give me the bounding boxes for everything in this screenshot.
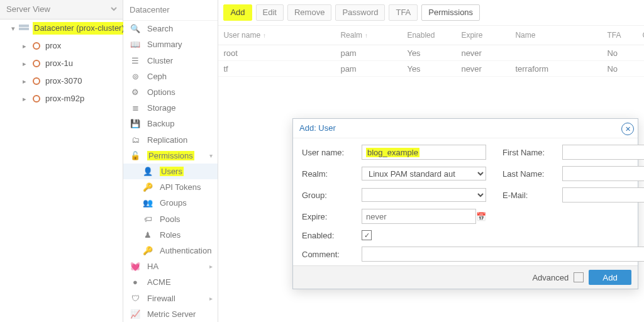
- realm-select[interactable]: Linux PAM standard aut: [362, 167, 486, 180]
- server-view-label: Server View: [6, 4, 50, 14]
- tree-node[interactable]: ▸ prox: [0, 37, 123, 55]
- menu-permissions[interactable]: 🔓Permissions▾: [123, 148, 218, 164]
- table-row[interactable]: root pam Yes never No: [218, 45, 644, 61]
- col-tfa[interactable]: TFA: [602, 31, 637, 40]
- sort-asc-icon: ↑: [263, 32, 266, 39]
- menu-ceph[interactable]: ⊚Ceph: [123, 69, 218, 84]
- tree-node[interactable]: ▸ prox-1u: [0, 55, 123, 72]
- col-enabled[interactable]: Enabled: [402, 31, 456, 40]
- breadcrumb: Datacenter: [123, 0, 218, 21]
- svg-rect-1: [19, 28, 29, 30]
- username-value[interactable]: blog_example: [366, 148, 419, 157]
- menu-storage[interactable]: ≣Storage: [123, 100, 218, 116]
- key-icon: 🔑: [142, 182, 153, 192]
- menu-pools[interactable]: 🏷Pools: [123, 211, 218, 226]
- ceph-icon: ⊚: [130, 72, 141, 81]
- unlock-icon: 🔓: [130, 151, 141, 160]
- expand-icon: ▸: [21, 40, 28, 52]
- advanced-label: Advanced: [532, 273, 569, 282]
- table-row[interactable]: tf pam Yes never terraform No: [218, 61, 644, 77]
- menu-api-tokens[interactable]: 🔑API Tokens: [123, 179, 218, 195]
- menu-firewall[interactable]: 🛡Firewall▸: [123, 290, 218, 306]
- comment-input[interactable]: [362, 247, 644, 262]
- storage-icon: ≣: [130, 103, 141, 113]
- label-firstname: First Name:: [502, 148, 562, 157]
- chevron-right-icon: ▸: [209, 295, 213, 302]
- server-view-header[interactable]: Server View: [0, 0, 123, 19]
- svg-point-5: [33, 96, 40, 102]
- edit-button[interactable]: Edit: [256, 4, 284, 21]
- heartbeat-icon: 💓: [130, 262, 141, 271]
- server-icon: [19, 23, 29, 33]
- certificate-icon: ●: [130, 277, 141, 287]
- label-group: Group:: [302, 191, 362, 200]
- label-comment: Comment:: [302, 250, 362, 259]
- node-icon: [31, 76, 42, 86]
- email-input[interactable]: [562, 187, 644, 203]
- menu-groups[interactable]: 👥Groups: [123, 195, 218, 211]
- collapse-icon: ▾: [11, 22, 15, 35]
- calendar-icon[interactable]: 📅: [476, 212, 486, 221]
- menu-acme[interactable]: ●ACME: [123, 274, 218, 290]
- shield-icon: 🛡: [130, 294, 141, 303]
- label-expire: Expire:: [302, 212, 362, 221]
- remove-button[interactable]: Remove: [287, 4, 331, 21]
- firstname-input[interactable]: [562, 145, 644, 160]
- menu-search[interactable]: 🔍Search: [123, 21, 218, 36]
- menu-summary[interactable]: 📖Summary: [123, 36, 218, 52]
- expand-icon: ▸: [21, 75, 28, 87]
- chevron-down-icon: ▾: [209, 152, 213, 159]
- label-username: User name:: [302, 148, 362, 157]
- svg-point-3: [33, 60, 40, 67]
- tree-node-label: Datacenter (prox-cluster): [33, 22, 126, 35]
- tree-node[interactable]: ▸ prox-m92p: [0, 90, 123, 108]
- lastname-input[interactable]: [562, 166, 644, 181]
- node-icon: [31, 58, 42, 69]
- key-icon: 🔑: [142, 246, 153, 255]
- advanced-checkbox[interactable]: [574, 272, 584, 282]
- node-icon: [31, 94, 42, 104]
- add-button[interactable]: Add: [223, 4, 252, 21]
- menu-replication[interactable]: 🗂Replication: [123, 131, 218, 147]
- add-user-modal: Add: User ✕ User name: blog_example Firs…: [292, 118, 638, 289]
- group-select[interactable]: [362, 188, 486, 202]
- save-icon: 💾: [130, 119, 141, 128]
- gear-icon: ⚙: [130, 87, 141, 97]
- expire-input[interactable]: [362, 209, 476, 224]
- close-icon[interactable]: ✕: [621, 123, 634, 135]
- chevron-right-icon: ▸: [209, 263, 213, 270]
- tree-node[interactable]: ▸ prox-3070: [0, 72, 123, 90]
- replication-icon: 🗂: [130, 135, 141, 145]
- col-name[interactable]: Name: [510, 31, 602, 40]
- menu-metric-server[interactable]: 📈Metric Server: [123, 306, 218, 322]
- modal-add-button[interactable]: Add: [589, 270, 631, 285]
- menu-roles[interactable]: ♟Roles: [123, 227, 218, 243]
- tfa-button[interactable]: TFA: [389, 4, 418, 21]
- expand-icon: ▸: [21, 57, 28, 70]
- password-button[interactable]: Password: [335, 4, 385, 21]
- tags-icon: 🏷: [142, 214, 153, 224]
- menu-authentication[interactable]: 🔑Authentication: [123, 243, 218, 258]
- book-icon: 📖: [130, 40, 141, 49]
- chart-icon: 📈: [130, 309, 141, 319]
- enabled-checkbox[interactable]: ✓: [362, 230, 372, 240]
- permissions-button[interactable]: Permissions: [421, 4, 480, 21]
- col-username[interactable]: User name↑: [218, 31, 335, 40]
- svg-point-2: [33, 43, 40, 49]
- label-realm: Realm:: [302, 169, 362, 179]
- col-realm[interactable]: Realm↑: [335, 31, 402, 40]
- col-comment[interactable]: Comment: [637, 31, 644, 40]
- search-icon: 🔍: [130, 24, 141, 33]
- menu-backup[interactable]: 💾Backup: [123, 116, 218, 131]
- tree-node-label: prox-3070: [45, 75, 82, 87]
- menu-users[interactable]: 👤Users: [123, 164, 218, 179]
- menu-ha[interactable]: 💓HA▸: [123, 258, 218, 274]
- label-email: E-Mail:: [502, 191, 562, 200]
- tree-node-label: prox: [45, 40, 61, 52]
- tree-node-datacenter[interactable]: ▾ Datacenter (prox-cluster): [0, 19, 123, 37]
- svg-point-4: [33, 78, 40, 84]
- menu-cluster[interactable]: ☰Cluster: [123, 52, 218, 68]
- user-icon: 👤: [142, 167, 153, 176]
- col-expire[interactable]: Expire: [456, 31, 510, 40]
- menu-options[interactable]: ⚙Options: [123, 84, 218, 100]
